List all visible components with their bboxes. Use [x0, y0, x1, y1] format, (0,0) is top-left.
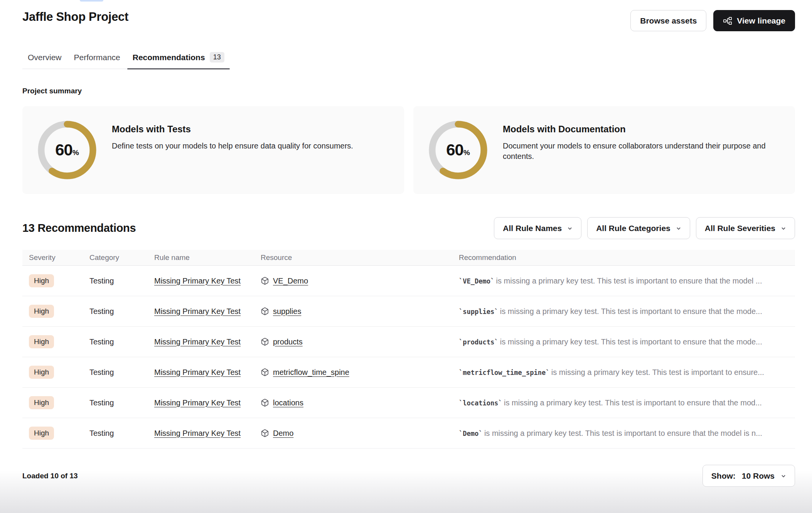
severity-badge: High — [29, 396, 54, 409]
severity-badge: High — [29, 335, 54, 348]
recommendation-cell: `supplies` is missing a primary key test… — [452, 307, 795, 316]
tab-performance-label: Performance — [74, 53, 120, 62]
chevron-down-icon — [567, 226, 573, 231]
resource-cell: supplies — [254, 307, 452, 316]
rule-name-cell: Missing Primary Key Test — [148, 338, 254, 346]
severity-cell: High — [22, 274, 83, 287]
rule-name-link[interactable]: Missing Primary Key Test — [154, 368, 241, 376]
severity-cell: High — [22, 427, 83, 440]
tab-bar: Overview Performance Recommendations 13 — [22, 48, 230, 69]
model-cube-icon — [261, 338, 269, 346]
docs-percent: 60 — [446, 141, 463, 159]
resource-code: `VE_Demo` — [459, 277, 494, 285]
tab-performance[interactable]: Performance — [69, 48, 126, 69]
category-cell: Testing — [83, 277, 148, 285]
resource-link[interactable]: locations — [273, 398, 303, 407]
rule-name-link[interactable]: Missing Primary Key Test — [154, 338, 241, 346]
tab-overview[interactable]: Overview — [22, 48, 67, 69]
resource-code: `supplies` — [459, 308, 498, 316]
recommendation-cell: `locations` is missing a primary key tes… — [452, 398, 795, 407]
table-row: High Testing Missing Primary Key Test me… — [22, 357, 795, 388]
category-cell: Testing — [83, 368, 148, 377]
tab-overview-label: Overview — [28, 53, 62, 62]
tab-recommendations[interactable]: Recommendations 13 — [127, 48, 230, 69]
table-row: High Testing Missing Primary Key Test De… — [22, 418, 795, 449]
lineage-icon — [723, 16, 732, 25]
recommendations-header: 13 Recommendations All Rule Names All Ru… — [22, 217, 795, 239]
resource-link[interactable]: metricflow_time_spine — [273, 368, 349, 377]
tests-percent-unit: % — [72, 148, 79, 157]
severity-cell: High — [22, 396, 83, 409]
resource-link[interactable]: supplies — [273, 307, 301, 316]
recommendation-text: is missing a primary key test. This test… — [551, 368, 764, 376]
col-header-resource: Resource — [254, 253, 452, 262]
view-lineage-button[interactable]: View lineage — [713, 10, 795, 31]
docs-card-text: Models with Documentation Document your … — [503, 124, 780, 162]
col-header-rule-name: Rule name — [148, 253, 254, 262]
rule-severities-filter[interactable]: All Rule Severities — [696, 217, 795, 239]
resource-cell: metricflow_time_spine — [254, 368, 452, 377]
summary-cards: 60 % Models with Tests Define tests on y… — [22, 106, 795, 194]
rule-categories-filter[interactable]: All Rule Categories — [587, 217, 690, 239]
model-cube-icon — [261, 368, 269, 376]
rule-name-link[interactable]: Missing Primary Key Test — [154, 277, 241, 285]
tests-card-text: Models with Tests Define tests on your m… — [112, 124, 353, 151]
rule-name-link[interactable]: Missing Primary Key Test — [154, 398, 241, 407]
tab-recommendations-label: Recommendations — [133, 53, 205, 62]
docs-card-description: Document your models to ensure collabora… — [503, 141, 780, 162]
resource-cell: locations — [254, 398, 452, 407]
models-with-tests-card: 60 % Models with Tests Define tests on y… — [22, 106, 404, 194]
recommendation-text: is missing a primary key test. This test… — [500, 338, 762, 346]
model-cube-icon — [261, 307, 269, 316]
severity-badge: High — [29, 274, 54, 287]
model-cube-icon — [261, 277, 269, 285]
category-cell: Testing — [83, 338, 148, 346]
rule-names-filter-label: All Rule Names — [503, 224, 562, 233]
page-header: Jaffle Shop Project Browse assets View l… — [22, 0, 795, 31]
resource-link[interactable]: VE_Demo — [273, 277, 308, 285]
docs-card-title: Models with Documentation — [503, 124, 780, 135]
table-row: High Testing Missing Primary Key Test lo… — [22, 388, 795, 418]
rule-name-cell: Missing Primary Key Test — [148, 429, 254, 438]
model-cube-icon — [261, 398, 269, 407]
rule-name-cell: Missing Primary Key Test — [148, 277, 254, 285]
table-row: High Testing Missing Primary Key Test pr… — [22, 327, 795, 357]
chevron-down-icon — [676, 226, 681, 231]
severity-cell: High — [22, 335, 83, 348]
severity-cell: High — [22, 366, 83, 379]
chevron-down-icon — [781, 473, 786, 479]
resource-link[interactable]: Demo — [273, 429, 293, 438]
severity-badge: High — [29, 305, 54, 318]
resource-link[interactable]: products — [273, 338, 303, 346]
col-header-category: Category — [83, 253, 148, 262]
recommendation-cell: `VE_Demo` is missing a primary key test.… — [452, 277, 795, 285]
col-header-severity: Severity — [22, 253, 83, 262]
models-with-docs-card: 60 % Models with Documentation Document … — [413, 106, 795, 194]
rule-name-cell: Missing Primary Key Test — [148, 398, 254, 407]
page-title: Jaffle Shop Project — [22, 10, 128, 24]
rule-name-cell: Missing Primary Key Test — [148, 368, 254, 377]
resource-code: `Demo` — [459, 430, 482, 437]
tests-card-title: Models with Tests — [112, 124, 353, 135]
browse-assets-button[interactable]: Browse assets — [630, 10, 706, 31]
show-value: 10 Rows — [742, 471, 775, 481]
recommendations-count-badge: 13 — [210, 52, 224, 62]
rows-per-page-dropdown[interactable]: Show: 10 Rows — [702, 465, 795, 487]
loaded-status: Loaded 10 of 13 — [22, 472, 78, 480]
rule-name-link[interactable]: Missing Primary Key Test — [154, 429, 241, 437]
recommendation-cell: `Demo` is missing a primary key test. Th… — [452, 429, 795, 438]
recommendations-table: Severity Category Rule name Resource Rec… — [22, 250, 795, 449]
rule-names-filter[interactable]: All Rule Names — [494, 217, 581, 239]
table-row: High Testing Missing Primary Key Test su… — [22, 296, 795, 327]
table-body: High Testing Missing Primary Key Test VE… — [22, 266, 795, 449]
rule-categories-filter-label: All Rule Categories — [596, 224, 670, 233]
severity-badge: High — [29, 427, 54, 440]
severity-badge: High — [29, 366, 54, 379]
tests-donut-chart: 60 % — [38, 121, 96, 179]
recommendations-heading: 13 Recommendations — [22, 222, 136, 235]
recommendation-text: is missing a primary key test. This test… — [484, 429, 762, 437]
tests-percent: 60 — [55, 141, 72, 159]
rule-name-link[interactable]: Missing Primary Key Test — [154, 307, 241, 316]
col-header-recommendation: Recommendation — [452, 253, 795, 262]
page: Jaffle Shop Project Browse assets View l… — [0, 0, 812, 513]
